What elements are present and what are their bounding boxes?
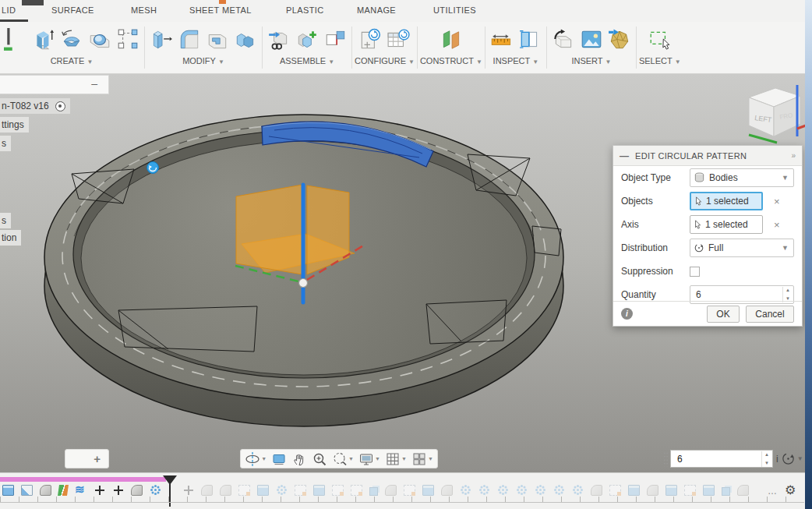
combine-button[interactable] — [231, 26, 259, 54]
configuration-button[interactable] — [356, 26, 384, 54]
look-at-button[interactable] — [269, 451, 289, 467]
chevron-down-icon[interactable]: ▼ — [797, 455, 803, 462]
timeline-feature-circular-pattern[interactable] — [516, 485, 528, 496]
timeline-feature-move[interactable] — [94, 485, 105, 496]
shell-button[interactable] — [203, 26, 231, 54]
distribution-dropdown[interactable]: Full ▼ — [690, 239, 794, 257]
press-pull-button[interactable] — [147, 26, 175, 54]
grid-button[interactable]: ▼ — [383, 451, 409, 467]
hole-button[interactable] — [86, 26, 114, 54]
modify-menu[interactable]: MODIFY▼ — [182, 56, 224, 65]
timeline-feature-sketch[interactable] — [351, 485, 362, 496]
browser-item[interactable]: ttings — [0, 117, 29, 133]
info-icon[interactable]: i — [621, 308, 633, 320]
timeline-feature-move[interactable] — [182, 485, 194, 496]
viewcube[interactable]: LEFT FRO — [735, 80, 807, 146]
timeline-feature-sketch[interactable] — [238, 485, 250, 496]
objects-select-button[interactable]: 1 selected — [690, 192, 763, 210]
timeline-feature-fillet[interactable] — [201, 485, 213, 496]
pan-button[interactable] — [289, 451, 309, 467]
timeline-feature-fillet[interactable] — [591, 485, 602, 496]
dialog-header[interactable]: — EDIT CIRCULAR PATTERN » — [613, 146, 802, 166]
rotate-icon[interactable] — [781, 451, 796, 466]
timeline-feature-circular-pattern[interactable] — [497, 485, 509, 496]
axis-clear-icon[interactable]: × — [774, 219, 780, 231]
timeline-feature-fillet[interactable] — [131, 485, 143, 496]
tab-utilities[interactable]: UTILITIES — [433, 5, 476, 15]
timeline-feature-fillet[interactable] — [647, 485, 658, 496]
timeline-feature-circular-pattern[interactable] — [276, 485, 288, 496]
timeline-feature-extrude[interactable] — [2, 485, 14, 496]
timeline-feature-circular-pattern[interactable] — [150, 485, 161, 496]
timeline-feature-combine[interactable] — [722, 487, 730, 496]
object-type-dropdown[interactable]: Bodies ▼ — [690, 168, 794, 187]
fillet-button[interactable] — [175, 26, 203, 54]
extrude-button[interactable] — [30, 26, 58, 54]
dialog-collapse-icon[interactable]: — — [620, 150, 629, 161]
measure-button[interactable] — [488, 26, 516, 54]
inspect-menu[interactable]: INSPECT▼ — [493, 56, 539, 65]
timeline-feature-fillet[interactable] — [385, 485, 397, 496]
joint-button[interactable] — [265, 26, 293, 54]
timeline-feature-sketch[interactable] — [295, 485, 306, 496]
assemble-menu[interactable]: ASSEMBLE▼ — [280, 56, 334, 65]
timeline-feature-extrude[interactable] — [665, 485, 677, 496]
derive-button[interactable] — [549, 26, 577, 54]
hud-drag-grip[interactable] — [663, 451, 669, 467]
timeline-feature-sketch[interactable] — [404, 485, 415, 496]
select-menu[interactable]: SELECT▼ — [639, 56, 681, 65]
timeline-feature-extrude[interactable] — [257, 485, 269, 496]
3d-viewport[interactable]: – n-T082 v16ttingssstion LEFT FRO — EDIT… — [0, 74, 805, 472]
tab-sheet-metal[interactable]: SHEET METAL — [189, 5, 252, 15]
insert-menu[interactable]: INSERT▼ — [571, 56, 611, 65]
hud-quantity-input[interactable]: 6 ▲▼ — [670, 450, 773, 468]
zoom-button[interactable] — [309, 451, 330, 467]
browser-item[interactable]: s — [0, 213, 11, 228]
timeline-feature-shell[interactable] — [21, 485, 33, 496]
timeline-feature-move[interactable] — [112, 485, 124, 496]
configure-menu[interactable]: CONFIGURE▼ — [355, 56, 415, 65]
viewports-button[interactable]: ▼ — [409, 451, 436, 467]
window-zoom-button[interactable]: ▼ — [330, 451, 356, 467]
construct-menu[interactable]: CONSTRUCT▼ — [420, 56, 482, 65]
timeline-feature-fillet[interactable] — [441, 485, 453, 496]
cancel-button[interactable]: Cancel — [746, 306, 794, 323]
timeline-ticks[interactable] — [0, 497, 804, 503]
timeline-feature-construction-plane[interactable] — [58, 485, 69, 496]
timeline-feature-circular-pattern[interactable] — [553, 485, 565, 496]
timeline-feature-sketch[interactable] — [332, 485, 344, 496]
sketch-edge-button[interactable] — [2, 26, 30, 54]
timeline-feature-circular-pattern[interactable] — [572, 485, 584, 496]
timeline-feature-fillet[interactable] — [220, 485, 231, 496]
visibility-radio-icon[interactable] — [55, 101, 65, 111]
orbit-button[interactable]: ▼ — [242, 451, 269, 467]
revolve-button[interactable] — [58, 26, 86, 54]
browser-collapse-icon[interactable]: – — [91, 77, 97, 90]
timeline-settings-gear-icon[interactable]: ⚙ — [785, 482, 796, 497]
timeline-feature-circular-pattern[interactable] — [535, 485, 546, 496]
ok-button[interactable]: OK — [707, 306, 740, 323]
timeline-feature-extrude[interactable] — [422, 485, 434, 496]
capture-position-button[interactable] — [321, 26, 349, 54]
dialog-expand-icon[interactable]: » — [791, 151, 796, 160]
timeline-feature-fillet[interactable] — [737, 485, 749, 496]
tab-surface[interactable]: SURFACE — [51, 5, 94, 15]
rotate-manipulator-icon[interactable] — [147, 162, 159, 174]
quantity-spinner[interactable]: ▲▼ — [782, 287, 793, 302]
origin-point[interactable] — [299, 279, 308, 288]
timeline-feature-extrude[interactable] — [313, 485, 325, 496]
timeline-feature-sketch[interactable] — [609, 485, 621, 496]
new-component-button[interactable] — [293, 26, 321, 54]
axis-select-button[interactable]: 1 selected — [690, 215, 763, 234]
construction-planes-button[interactable] — [437, 26, 465, 54]
section-analysis-button[interactable] — [516, 26, 544, 54]
canvas-button[interactable] — [577, 26, 605, 54]
timeline-feature-coil[interactable] — [75, 485, 86, 496]
timeline-feature-fillet[interactable] — [40, 485, 51, 496]
display-settings-button[interactable]: ▼ — [356, 451, 383, 467]
tab-plastic[interactable]: PLASTIC — [286, 5, 324, 15]
configuration-table-button[interactable] — [384, 26, 412, 54]
rectangular-pattern-button[interactable] — [114, 26, 142, 54]
timeline-group-bar[interactable] — [0, 477, 166, 482]
browser-panel-header[interactable]: – — [0, 75, 109, 94]
